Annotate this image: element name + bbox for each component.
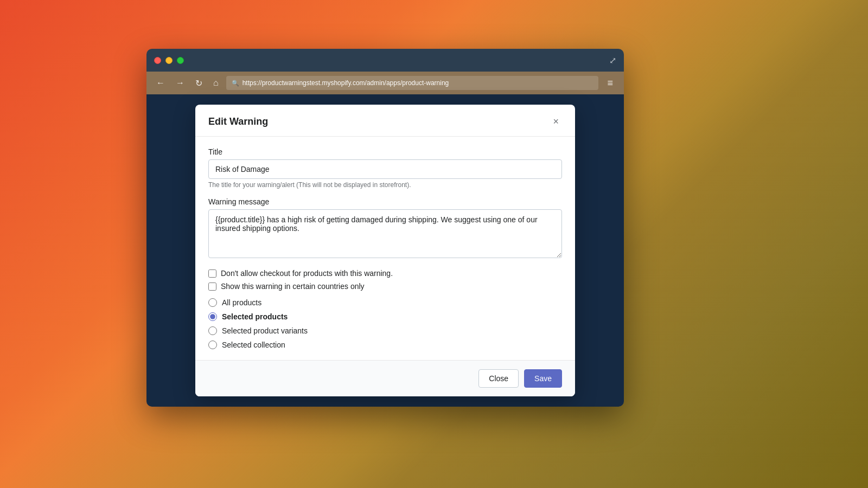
no-checkout-checkbox-label[interactable]: Don't allow checkout for products with t… (208, 269, 562, 278)
certain-countries-label-text: Show this warning in certain countries o… (221, 282, 365, 291)
selected-products-label-text: Selected products (222, 312, 288, 321)
modal-header: Edit Warning × (195, 105, 575, 137)
modal-title: Edit Warning (208, 116, 268, 127)
search-icon: 🔍 (232, 80, 239, 87)
refresh-icon: ↻ (195, 79, 202, 88)
title-form-group: Title The title for your warning/alert (… (208, 147, 562, 189)
selected-collection-radio-label[interactable]: Selected collection (208, 341, 562, 349)
title-label: Title (208, 147, 562, 156)
menu-button[interactable]: ≡ (603, 75, 617, 91)
maximize-traffic-light[interactable] (177, 57, 184, 64)
selected-collection-label-text: Selected collection (222, 341, 285, 349)
refresh-button[interactable]: ↻ (192, 76, 206, 91)
certain-countries-checkbox[interactable] (208, 282, 216, 291)
radio-group: All products Selected products Selected … (208, 298, 562, 349)
save-button[interactable]: Save (524, 369, 562, 388)
expand-icon[interactable]: ⤢ (609, 55, 616, 66)
traffic-lights (154, 57, 184, 64)
address-bar[interactable]: 🔍 (226, 76, 599, 90)
selected-products-radio[interactable] (208, 312, 217, 321)
no-checkout-checkbox[interactable] (208, 269, 216, 278)
selected-product-variants-label-text: Selected product variants (222, 326, 308, 335)
home-icon: ⌂ (213, 78, 219, 87)
all-products-radio-label[interactable]: All products (208, 298, 562, 307)
modal-close-button[interactable]: × (550, 115, 562, 127)
warning-message-textarea[interactable]: {{product.title}} has a high risk of get… (208, 209, 562, 258)
forward-button[interactable]: → (173, 76, 188, 90)
forward-icon: → (176, 78, 184, 87)
url-input[interactable] (242, 79, 593, 87)
title-bar: ⤢ (146, 49, 624, 72)
title-hint: The title for your warning/alert (This w… (208, 181, 562, 189)
selected-product-variants-radio-label[interactable]: Selected product variants (208, 326, 562, 335)
close-traffic-light[interactable] (154, 57, 161, 64)
browser-window: ⤢ ← → ↻ ⌂ 🔍 ≡ Edit Warning × (146, 49, 624, 407)
checkbox-group: Don't allow checkout for products with t… (208, 269, 562, 291)
home-button[interactable]: ⌂ (210, 76, 222, 90)
back-icon: ← (156, 78, 165, 87)
selected-collection-radio[interactable] (208, 341, 217, 349)
all-products-radio[interactable] (208, 298, 217, 307)
warning-message-label: Warning message (208, 197, 562, 206)
minimize-traffic-light[interactable] (165, 57, 173, 64)
back-button[interactable]: ← (153, 76, 168, 90)
modal-footer: Close Save (195, 360, 575, 396)
nav-bar: ← → ↻ ⌂ 🔍 ≡ (146, 72, 624, 94)
modal-overlay: Edit Warning × Title The title for your … (146, 94, 624, 407)
edit-warning-modal: Edit Warning × Title The title for your … (195, 105, 575, 396)
close-button[interactable]: Close (478, 369, 519, 388)
selected-product-variants-radio[interactable] (208, 326, 217, 335)
browser-content: Edit Warning × Title The title for your … (146, 94, 624, 407)
warning-message-form-group: Warning message {{product.title}} has a … (208, 197, 562, 260)
title-input[interactable] (208, 159, 562, 179)
no-checkout-label-text: Don't allow checkout for products with t… (221, 269, 393, 278)
certain-countries-checkbox-label[interactable]: Show this warning in certain countries o… (208, 282, 562, 291)
selected-products-radio-label[interactable]: Selected products (208, 312, 562, 321)
modal-body: Title The title for your warning/alert (… (195, 137, 575, 360)
all-products-label-text: All products (222, 298, 261, 307)
